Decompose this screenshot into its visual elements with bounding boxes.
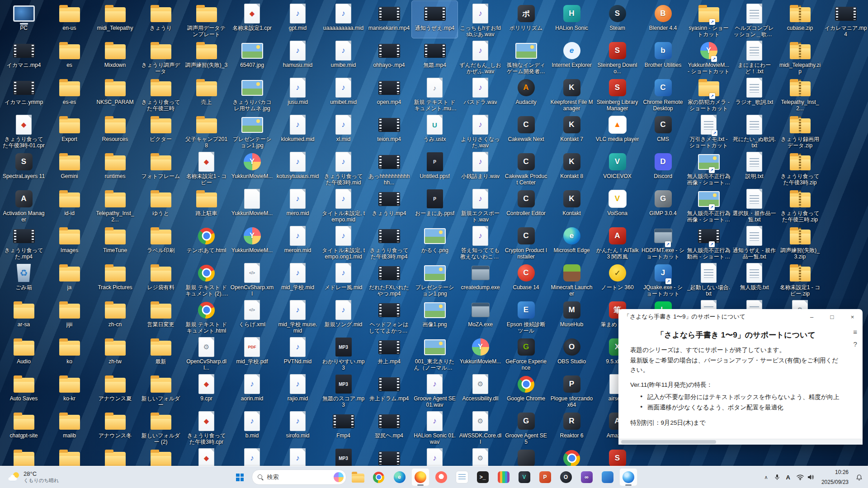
desktop-icon[interactable]: CController Editor	[503, 186, 549, 223]
desktop-icon[interactable]: KKontakt 8	[549, 149, 594, 186]
desktop-icon[interactable]: フォトフレーム	[138, 149, 184, 186]
desktop-icon[interactable]: ◆9.cpr	[184, 371, 229, 408]
desktop-icon[interactable]: かるく.png	[412, 223, 458, 260]
desktop-icon[interactable]: ♪きょうり食ってた午後3時.mid	[321, 149, 366, 186]
desktop-icon[interactable]: ♪よりりさくなった.wav	[458, 112, 503, 149]
desktop-icon[interactable]: ♻ごみ箱	[1, 260, 47, 297]
desktop-icon[interactable]: Google Chrome	[503, 371, 549, 408]
desktop-icon[interactable]: ◆きょうり食ってた午後3時.cpr	[184, 408, 229, 446]
desktop-icon[interactable]: SSteam	[594, 1, 640, 38]
desktop-icon[interactable]: CCakewalk Next	[503, 112, 549, 149]
desktop-icon[interactable]: ポポリリリズム	[503, 1, 549, 38]
desktop-icon[interactable]: ♪b.mid	[229, 408, 275, 446]
desktop-icon[interactable]: アナウンス夏	[92, 371, 138, 408]
desktop-icon[interactable]: zh-cn	[92, 297, 138, 334]
desktop-icon[interactable]: イカマニ.mp4	[1, 38, 47, 75]
desktop-icon[interactable]: ↗万引きメモ.txt - ショートカット	[686, 112, 731, 149]
desktop-icon[interactable]: 孤独なインディゲーム開発者の一生...	[503, 38, 549, 75]
desktop-icon[interactable]: 調声用データテンプレート	[184, 1, 229, 38]
desktop-icon[interactable]: OOBS Studio	[549, 334, 594, 371]
desktop-icon[interactable]: 無題.mp4	[412, 38, 458, 75]
desktop-icon[interactable]: 新しいフォルダー	[138, 371, 184, 408]
desktop-icon[interactable]: プレゼンテーション1.jpg	[229, 112, 275, 149]
desktop-icon[interactable]: ◆	[184, 446, 229, 466]
network-volume-button[interactable]	[794, 469, 817, 485]
desktop-icon[interactable]: MP3わかりやすい.mp3	[321, 334, 366, 371]
desktop-icon[interactable]: ♪meroin.mid	[275, 223, 321, 260]
horizontal-scrollbar[interactable]	[618, 439, 863, 445]
desktop-icon[interactable]	[549, 446, 594, 466]
desktop-icon[interactable]: 画像1.png	[412, 297, 458, 334]
desktop-icon[interactable]: ↗無人販売不正行為 画像 - ショートカット	[686, 149, 731, 186]
desktop-icon[interactable]: ↗家の防犯カメラ - ショートカット	[686, 75, 731, 112]
desktop-icon[interactable]: レジ袋有料	[138, 260, 184, 297]
scrollbar-thumb[interactable]	[621, 440, 716, 444]
desktop-icon[interactable]: 選択肢・親作品一覧.txt	[731, 186, 777, 223]
desktop-icon[interactable]: open.mp4	[366, 75, 412, 112]
desktop-icon[interactable]: Images	[47, 223, 92, 260]
desktop-icon[interactable]: runtimes	[92, 149, 138, 186]
desktop-icon[interactable]: きょうり.mp4	[366, 186, 412, 223]
desktop-icon[interactable]: PC	[1, 1, 47, 38]
desktop-icon[interactable]: KKontakt 7	[549, 112, 594, 149]
desktop-icon[interactable]: CCrypton Product Installer	[503, 223, 549, 260]
desktop-icon[interactable]	[138, 446, 184, 466]
desktop-icon[interactable]: YYukkuriMovieM...	[458, 334, 503, 371]
start-button[interactable]	[231, 468, 249, 486]
desktop-icon[interactable]: まにまにわーど！.txt	[731, 38, 777, 75]
desktop-icon[interactable]: Auto Saves	[1, 371, 47, 408]
desktop-icon[interactable]: ✓ノートン 360	[594, 260, 640, 297]
copilot-ball-icon[interactable]	[334, 472, 344, 482]
desktop-icon[interactable]: きょうり食ってた午後三時	[138, 75, 184, 112]
visual-studio-taskbar-button[interactable]: ∞	[578, 468, 596, 486]
desktop-icon[interactable]: ♪sirofo.mid	[275, 408, 321, 446]
close-icon[interactable]: ×	[842, 309, 863, 324]
desktop-icon[interactable]: id-id	[47, 186, 92, 223]
desktop-icon[interactable]: HHALion Sonic	[549, 1, 594, 38]
desktop-icon[interactable]	[366, 446, 412, 466]
desktop-icon[interactable]: MoZA.exe	[458, 297, 503, 334]
desktop-icon[interactable]: SSteinberg Library Manager	[594, 75, 640, 112]
desktop-icon[interactable]: PDFmid_学校.pdf	[229, 334, 275, 371]
desktop-icon[interactable]: PPlogue sforzando x64	[549, 371, 594, 408]
desktop-icon[interactable]: ⚙OpenCvSharp.dll...	[184, 334, 229, 371]
desktop-icon[interactable]: 父子キャンプ2018	[184, 112, 229, 149]
desktop-icon[interactable]: ♪Groove Agent SE 01.wav	[412, 371, 458, 408]
desktop-icon[interactable]: es	[47, 38, 92, 75]
desktop-icon[interactable]: イカレマニア.mp4	[823, 1, 868, 38]
desktop-icon[interactable]: Telepathy_Inst_2...	[92, 186, 138, 223]
desktop-icon[interactable]: ♪HALion Sonic 01.wav	[412, 408, 458, 446]
desktop-icon[interactable]: ◆きょうり食ってた午後3時-01.cpr	[1, 112, 47, 149]
desktop-icon[interactable]: ♪jusu.mid	[275, 75, 321, 112]
desktop-icon[interactable]: ♪umibe.mid	[321, 38, 366, 75]
desktop-icon[interactable]: teion.mp4	[366, 112, 412, 149]
desktop-icon[interactable]: KKontakt	[549, 186, 594, 223]
desktop-icon[interactable]: ♪メドレー風.mid	[321, 260, 366, 297]
desktop-icon[interactable]: だれたFXいれたやつ.mp4	[366, 260, 412, 297]
desktop-icon[interactable]: 井上ドラム.mp4	[366, 371, 412, 408]
desktop-icon[interactable]: ja	[47, 260, 92, 297]
ime-indicator[interactable]: A	[783, 469, 793, 485]
desktop-icon[interactable]: きょうりパカコレ用サムネ.jpg	[229, 75, 275, 112]
desktop-icon[interactable]: ↗無人販売不正行為 画像 - ショートカット	[686, 186, 731, 223]
desktop-icon[interactable]: </>OpenCvSharp.xml	[229, 260, 275, 297]
desktop-icon[interactable]: きょうり食ってた午後3時.mp4	[366, 223, 412, 260]
desktop-icon[interactable]: 001_東北きりたん（ノーマル）_うなし...	[412, 334, 458, 371]
desktop-icon[interactable]	[503, 446, 549, 466]
desktop-icon[interactable]: ♪タイトル未設定, tempo.ong1.mid	[321, 223, 366, 260]
desktop-icon[interactable]: createdump.exe	[458, 260, 503, 297]
google-chrome-taskbar-button[interactable]	[370, 468, 388, 486]
desktop-icon[interactable]: 井上.mp4	[366, 334, 412, 371]
copilot-taskbar-button[interactable]	[619, 468, 637, 486]
desktop-icon[interactable]: ↗HDDFMT.exe - ショートカット	[640, 223, 686, 260]
desktop-icon[interactable]: アナウンス冬	[92, 408, 138, 446]
mic-indicator[interactable]	[772, 469, 783, 485]
desktop-icon[interactable]: </>くらげ.xml	[229, 297, 275, 334]
desktop-icon[interactable]: Y↗YukkuriMovieM... - ショートカット	[686, 38, 731, 75]
minimize-icon[interactable]: –	[802, 309, 822, 324]
clock[interactable]: 10:26 2025/09/23	[818, 469, 852, 485]
desktop-icon[interactable]: YukkuriMovieM...	[229, 186, 275, 223]
desktop-icon[interactable]: chatgpt-site	[1, 408, 47, 446]
desktop-icon[interactable]: 名称未設定1 - コピー.zip	[777, 260, 823, 297]
desktop-icon[interactable]: ヘルズコンプレッション＿歌詞.txt	[731, 1, 777, 38]
